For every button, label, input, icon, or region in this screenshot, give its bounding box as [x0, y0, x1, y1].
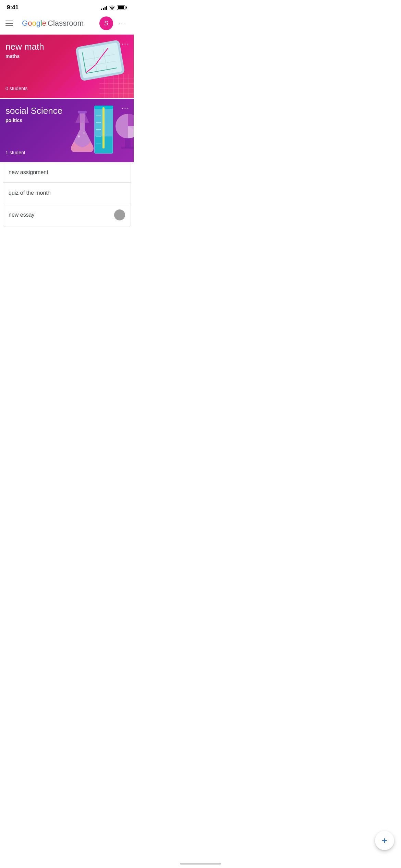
logo-o1: o — [28, 19, 32, 27]
signal-icon — [101, 5, 107, 10]
science-card-title: social Science — [5, 106, 128, 116]
wifi-icon — [109, 5, 115, 10]
header-more-button[interactable]: ··· — [116, 17, 128, 29]
logo-g2: g — [36, 19, 40, 27]
status-icons — [101, 5, 127, 10]
app-header: Google Classroom S ··· — [0, 14, 134, 35]
assignment-list: new assignment quiz of the month new ess… — [3, 162, 131, 227]
assignment-label-1: quiz of the month — [9, 190, 125, 196]
cards-container: new math maths 0 students ··· — [0, 35, 134, 162]
science-card-students: 1 student — [5, 150, 25, 155]
logo-o2: o — [32, 19, 36, 27]
assignment-label-2: new essay — [9, 212, 114, 218]
toggle-button[interactable] — [114, 209, 125, 220]
status-time: 9:41 — [7, 4, 19, 11]
assignment-item-0[interactable]: new assignment — [3, 162, 131, 183]
math-card-content: new math maths 0 students — [0, 35, 134, 98]
math-card-menu-button[interactable]: ··· — [121, 39, 130, 48]
assignment-item-2[interactable]: new essay — [3, 203, 131, 227]
assignment-label-0: new assignment — [9, 169, 125, 176]
math-card-subtitle: maths — [5, 53, 128, 59]
user-avatar[interactable]: S — [99, 16, 113, 30]
math-card-students: 0 students — [5, 86, 28, 91]
logo-text: Google — [22, 19, 46, 28]
math-class-card[interactable]: new math maths 0 students ··· — [0, 35, 134, 98]
battery-icon — [117, 5, 127, 10]
menu-button[interactable] — [5, 16, 19, 30]
logo-g: G — [22, 19, 28, 27]
logo-classroom-text: Classroom — [48, 19, 84, 28]
logo-e: e — [42, 19, 46, 27]
science-class-card[interactable]: social Science politics 1 student ··· — [0, 99, 134, 162]
science-card-content: social Science politics 1 student — [0, 99, 134, 162]
science-card-subtitle: politics — [5, 118, 128, 123]
app-logo: Google Classroom — [22, 19, 99, 28]
status-bar: 9:41 — [0, 0, 134, 14]
assignment-item-1[interactable]: quiz of the month — [3, 183, 131, 203]
science-card-menu-button[interactable]: ··· — [121, 104, 130, 112]
math-card-title: new math — [5, 41, 128, 52]
